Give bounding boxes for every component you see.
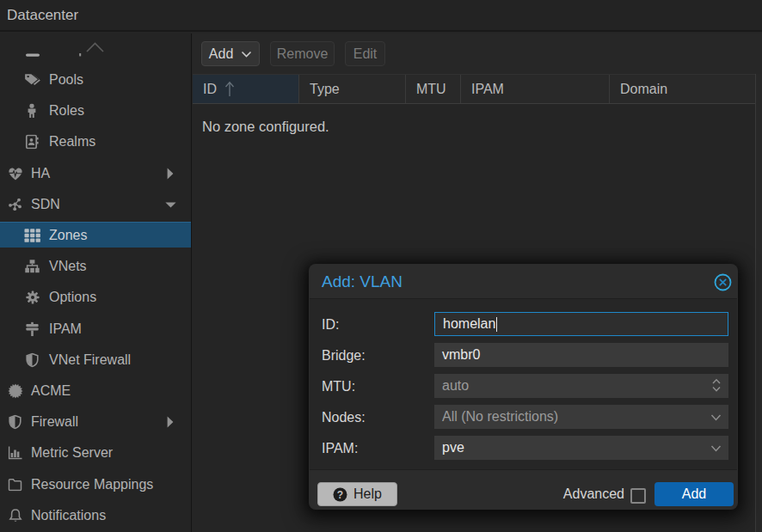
svg-text:?: ? bbox=[337, 488, 343, 500]
